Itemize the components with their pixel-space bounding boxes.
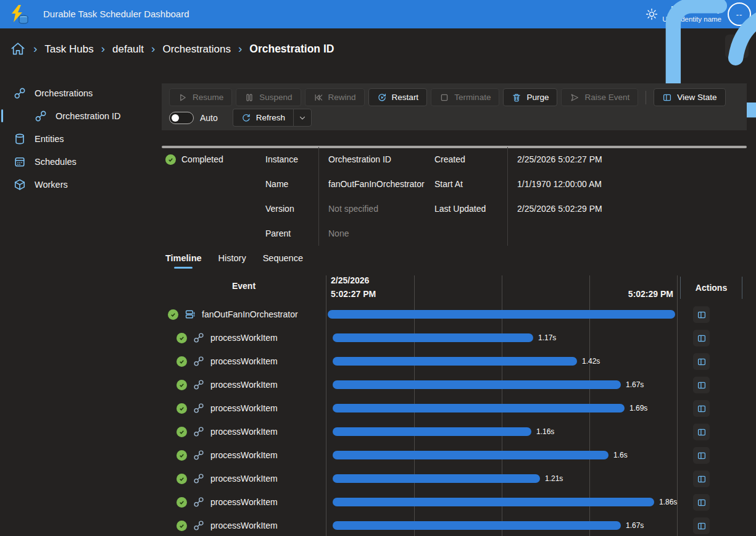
breadcrumb-items: ›Task Hubs›default›Orchestrations›Orches… <box>26 42 334 56</box>
row-view-state-button[interactable] <box>693 447 710 464</box>
refresh-button[interactable]: Refresh <box>233 109 293 127</box>
row-view-state-button[interactable] <box>693 353 710 370</box>
event-name: processWorkItem <box>210 403 278 413</box>
refresh-icon <box>241 113 251 123</box>
sidebar-item-schedules[interactable]: Schedules <box>0 150 162 173</box>
row-view-state-button[interactable] <box>693 306 710 323</box>
button-label: Resume <box>193 93 223 102</box>
activity-icon <box>193 332 204 343</box>
auto-refresh-label: Auto <box>200 113 218 123</box>
toolbar-separator <box>646 91 646 104</box>
completed-check-icon <box>177 427 187 437</box>
status-field-value-name: fanOutFanInOrchestrator <box>328 172 434 196</box>
completed-check-icon <box>177 403 187 414</box>
breadcrumb-chevron-icon: › <box>33 42 37 55</box>
duration-bar[interactable] <box>333 521 621 530</box>
status-values-left: Orchestration IDfanOutFanInOrchestratorN… <box>318 147 434 246</box>
sidebar-item-orchestrations[interactable]: Orchestrations <box>0 82 162 104</box>
refresh-dropdown-button[interactable] <box>293 109 312 127</box>
duration-bar[interactable] <box>333 333 533 342</box>
duration-label: 1.42s <box>582 350 600 373</box>
view-state-button[interactable]: View State <box>654 88 725 106</box>
view-state-icon <box>697 498 707 508</box>
tab-timeline[interactable]: Timeline <box>165 253 202 269</box>
event-name: processWorkItem <box>210 521 278 530</box>
completed-check-icon <box>177 521 187 531</box>
duration-bar[interactable] <box>333 380 621 389</box>
view-state-icon <box>697 380 707 390</box>
raise-event-button: Raise Event <box>561 88 638 106</box>
sidebar-item-workers[interactable]: Workers <box>0 173 162 196</box>
row-view-state-button[interactable] <box>693 400 710 417</box>
view-state-icon <box>697 474 707 484</box>
row-view-state-button[interactable] <box>693 471 710 487</box>
sidebar-item-entities[interactable]: Entities <box>0 127 162 150</box>
sidebar-item-orchestration-id[interactable]: Orchestration ID <box>0 104 162 127</box>
duration-bar[interactable] <box>333 357 577 366</box>
sidebar-nav: OrchestrationsOrchestration IDEntitiesSc… <box>0 69 162 536</box>
row-view-state-button[interactable] <box>693 330 710 346</box>
activity-icon <box>193 356 204 367</box>
breadcrumb-item-orchestrations[interactable]: Orchestrations <box>162 43 231 55</box>
row-view-state-button[interactable] <box>693 494 710 511</box>
resume-button: Resume <box>169 88 232 106</box>
toolbar-buttons-row: ResumeSuspendRewindRestartTerminatePurge… <box>169 88 747 106</box>
breadcrumb-item-task-hubs[interactable]: Task Hubs <box>44 43 93 55</box>
restart-button[interactable]: Restart <box>368 88 428 106</box>
completed-check-icon <box>168 309 178 320</box>
duration-bar[interactable] <box>333 498 654 506</box>
duration-label: 1.21s <box>545 467 563 490</box>
tab-sequence[interactable]: Sequence <box>263 253 303 269</box>
view-state-icon <box>662 93 672 103</box>
sidebar-item-label: Workers <box>35 180 68 190</box>
status-badge-label: Completed <box>181 154 223 164</box>
auto-refresh-toggle[interactable] <box>169 112 194 124</box>
timeline-row-processworkitem: processWorkItem1.67s <box>162 514 747 536</box>
breadcrumb-chevron-icon: › <box>238 42 242 55</box>
trash-icon <box>512 93 521 103</box>
pause-icon <box>244 93 254 103</box>
button-label: Rewind <box>328 93 356 102</box>
duration-bar[interactable] <box>333 427 531 436</box>
duration-bar[interactable] <box>333 451 609 459</box>
top-app-bar: Durable Task Scheduler Dashboard User id… <box>0 0 756 28</box>
home-icon[interactable] <box>10 41 26 57</box>
timeline-row-processworkitem: processWorkItem1.86s <box>162 490 747 514</box>
tab-history[interactable]: History <box>218 253 246 269</box>
breadcrumb-current: Orchestration ID <box>249 43 334 55</box>
activity-icon <box>193 426 204 437</box>
completed-check-icon <box>177 356 187 367</box>
timeline-row-processworkitem: processWorkItem1.42s <box>162 350 747 373</box>
share-button[interactable] <box>725 35 749 58</box>
duration-bar[interactable] <box>333 404 625 412</box>
rewind-button: Rewind <box>305 88 365 106</box>
orchestration-status-section: Completed InstanceNameVersionParent Orch… <box>165 147 612 246</box>
duration-label: 1.67s <box>626 514 644 536</box>
event-cell: processWorkItem <box>162 467 326 490</box>
row-view-state-button[interactable] <box>693 424 710 440</box>
status-field-label-instance: Instance <box>265 147 318 172</box>
status-field-label-name: Name <box>265 172 318 196</box>
breadcrumb-item-default[interactable]: default <box>112 43 144 55</box>
sidebar-item-label: Entities <box>35 134 64 144</box>
event-cell: processWorkItem <box>162 514 326 536</box>
refresh-label: Refresh <box>256 113 285 122</box>
status-field-value-instance: Orchestration ID <box>328 147 434 172</box>
actions-column-header: Actions <box>680 277 742 299</box>
status-field-value-created: 2/25/2026 5:02:27 PM <box>517 147 612 172</box>
chevron-down-icon <box>298 114 307 122</box>
purge-button[interactable]: Purge <box>503 88 557 106</box>
timeline-row-processworkitem: processWorkItem1.17s <box>162 326 747 350</box>
axis-end-time-label: 5:02:29 PM <box>162 289 673 299</box>
duration-bar[interactable] <box>333 474 540 483</box>
event-name: fanOutFanInOrchestrator <box>202 309 298 319</box>
terminate-button: Terminate <box>431 88 499 106</box>
send-icon <box>570 93 579 103</box>
timeline-header: Event 2/25/2026 5:02:27 PM 5:02:29 PM Ac… <box>162 273 747 303</box>
activity-icon <box>193 473 204 484</box>
status-field-value-parent: None <box>328 221 434 246</box>
duration-bar[interactable] <box>328 310 675 319</box>
row-view-state-button[interactable] <box>693 517 710 534</box>
row-view-state-button[interactable] <box>693 377 710 393</box>
activity-icon <box>193 496 204 508</box>
